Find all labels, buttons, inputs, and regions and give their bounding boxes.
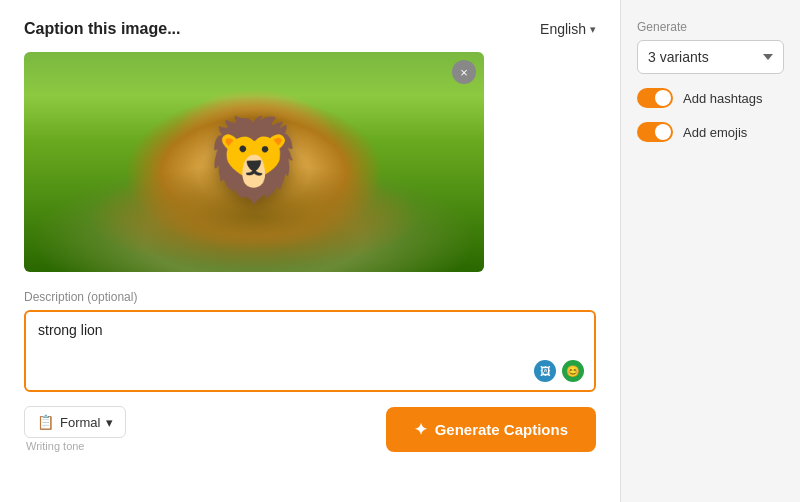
tone-chevron-icon: ▾ (106, 415, 113, 430)
header: Caption this image... English ▾ (24, 20, 596, 38)
generate-button-label: Generate Captions (435, 421, 568, 438)
hashtags-toggle-slider (637, 88, 673, 108)
image-container: × (24, 52, 484, 272)
generate-label: Generate (637, 20, 784, 34)
main-panel: Caption this image... English ▾ × Descri… (0, 0, 620, 502)
sidebar: Generate 3 variants 1 variant 2 variants… (620, 0, 800, 502)
textarea-icons: 🖼 😊 (534, 360, 584, 382)
language-selector[interactable]: English ▾ (540, 21, 596, 37)
description-input-wrapper: strong lion 🖼 😊 (24, 310, 596, 392)
description-input[interactable]: strong lion (38, 322, 582, 376)
tone-icon: 📋 (37, 414, 54, 430)
variants-select-wrapper: 3 variants 1 variant 2 variants 4 varian… (637, 40, 784, 74)
uploaded-image (24, 52, 484, 272)
language-label: English (540, 21, 586, 37)
emojis-toggle-row: Add emojis (637, 122, 784, 142)
generate-captions-button[interactable]: ✦ Generate Captions (386, 407, 596, 452)
sparkle-icon: ✦ (414, 420, 427, 439)
image-upload-icon[interactable]: 🖼 (534, 360, 556, 382)
hashtags-toggle-row: Add hashtags (637, 88, 784, 108)
tone-selector: 📋 Formal ▾ Writing tone (24, 406, 126, 452)
chevron-down-icon: ▾ (590, 23, 596, 36)
variants-select[interactable]: 3 variants 1 variant 2 variants 4 varian… (637, 40, 784, 74)
lion-image (24, 52, 484, 272)
close-icon: × (460, 65, 468, 80)
bottom-row: 📋 Formal ▾ Writing tone ✦ Generate Capti… (24, 406, 596, 452)
page-title: Caption this image... (24, 20, 180, 38)
emoji-picker-icon[interactable]: 😊 (562, 360, 584, 382)
description-label: Description (optional) (24, 290, 596, 304)
writing-tone-label: Writing tone (24, 440, 126, 452)
tone-button[interactable]: 📋 Formal ▾ (24, 406, 126, 438)
emojis-toggle-slider (637, 122, 673, 142)
tone-label: Formal (60, 415, 100, 430)
hashtags-toggle[interactable] (637, 88, 673, 108)
hashtags-label: Add hashtags (683, 91, 763, 106)
generate-section: Generate 3 variants 1 variant 2 variants… (637, 20, 784, 74)
emojis-label: Add emojis (683, 125, 747, 140)
remove-image-button[interactable]: × (452, 60, 476, 84)
emojis-toggle[interactable] (637, 122, 673, 142)
